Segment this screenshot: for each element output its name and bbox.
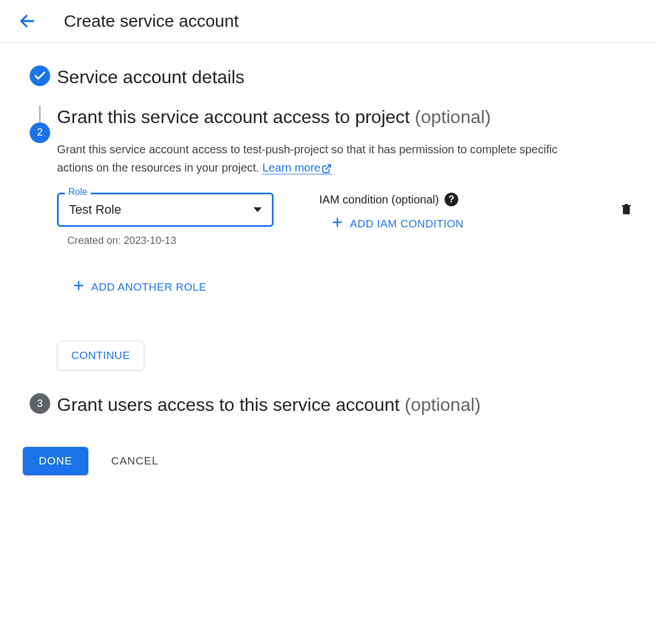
step-2-optional: (optional) [415,107,491,127]
step-connector [39,105,40,123]
plus-icon [72,279,85,295]
role-field: Role Test Role Created on: 2023-10-13 [57,193,274,247]
page-title: Create service account [64,11,239,31]
role-select-value: Test Role [69,202,121,217]
step-3-number-icon: 3 [30,393,50,414]
delete-role-button[interactable] [620,193,633,219]
add-iam-condition-label: ADD IAM CONDITION [350,218,464,230]
role-helper-text: Created on: 2023-10-13 [67,235,274,247]
footer-buttons: DONE CANCEL [23,447,633,475]
done-label: DONE [39,455,72,467]
continue-label: CONTINUE [71,349,130,361]
arrow-left-icon [18,12,36,30]
iam-condition-label: IAM condition (optional) [319,193,439,206]
external-link-icon [321,164,332,174]
trash-icon [620,202,633,217]
back-button[interactable] [18,12,36,30]
add-another-role-label: ADD ANOTHER ROLE [91,281,206,294]
role-row: Role Test Role Created on: 2023-10-13 IA… [57,193,633,247]
page-header: Create service account [0,0,656,43]
done-button[interactable]: DONE [23,447,88,475]
svg-line-1 [326,165,331,169]
plus-icon [331,215,344,232]
role-select[interactable]: Test Role [57,193,274,227]
iam-condition-section: IAM condition (optional) ? ADD IAM CONDI… [319,193,574,234]
step-3-title-text: Grant users access to this service accou… [57,394,400,415]
step-3: 3 Grant users access to this service acc… [23,393,633,419]
step-2-title-text: Grant this service account access to pro… [57,107,410,127]
step-2: 2 Grant this service account access to p… [23,105,633,385]
step-1-title[interactable]: Service account details [57,66,633,89]
add-iam-condition-button[interactable]: ADD IAM CONDITION [331,213,574,234]
chevron-down-icon [254,202,262,217]
step-3-title[interactable]: Grant users access to this service accou… [57,393,633,417]
cancel-button[interactable]: CANCEL [111,455,158,467]
role-field-label: Role [65,187,91,197]
step-1-check-icon [30,66,50,86]
step-2-title: Grant this service account access to pro… [57,105,633,129]
step-1: Service account details [23,66,633,105]
continue-button[interactable]: CONTINUE [57,341,144,370]
learn-more-text: Learn more [262,161,320,174]
add-another-role-button[interactable]: ADD ANOTHER ROLE [72,279,633,295]
step-3-optional: (optional) [405,394,480,415]
step-2-number-icon: 2 [30,123,50,143]
cancel-label: CANCEL [111,455,158,467]
step-2-description: Grant this service account access to tes… [57,140,581,177]
help-icon[interactable]: ? [445,193,458,206]
learn-more-link[interactable]: Learn more [262,161,332,174]
